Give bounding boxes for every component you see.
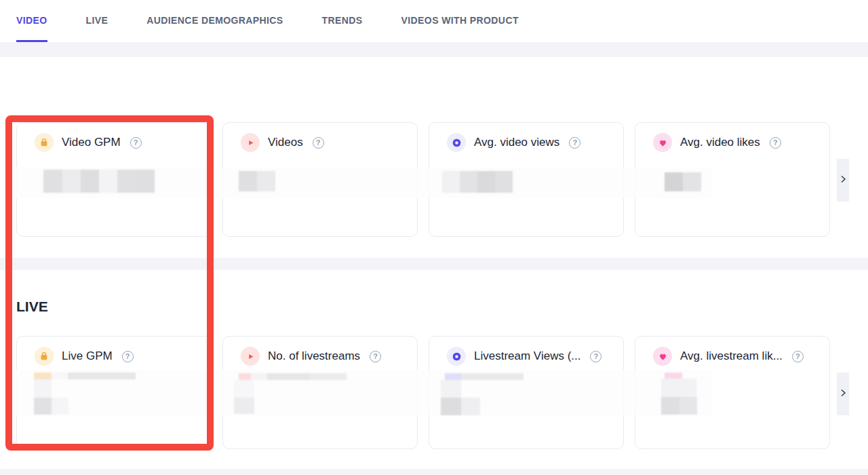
chevron-right-icon (840, 174, 847, 186)
tab-video[interactable]: VIDEO (16, 0, 47, 42)
help-icon[interactable]: ? (370, 351, 381, 362)
live-section-title: LIVE (16, 299, 48, 315)
metric-card-videos: Videos ? (222, 122, 418, 237)
help-icon[interactable]: ? (590, 351, 601, 362)
tab-bar: VIDEO LIVE AUDIENCE DEMOGRAPHICS TRENDS … (0, 0, 868, 42)
metric-title: Avg. livestream lik... (680, 349, 783, 363)
help-icon[interactable]: ? (130, 137, 142, 149)
metric-card-video-gpm: Video GPM ? (16, 122, 212, 237)
metric-title: No. of livestreams (268, 349, 360, 363)
play-icon (241, 133, 260, 152)
eye-icon (447, 133, 466, 152)
play-icon (241, 347, 260, 366)
metric-card-avg-livestream-likes: Avg. livestream lik... ? (635, 336, 830, 449)
video-row-next-button[interactable] (837, 159, 849, 202)
tab-live[interactable]: LIVE (86, 0, 108, 42)
help-icon[interactable]: ? (792, 351, 804, 362)
metric-title: Avg. video likes (680, 136, 760, 149)
metric-card-avg-video-likes: Avg. video likes ? (635, 122, 830, 237)
tab-audience-demographics[interactable]: AUDIENCE DEMOGRAPHICS (146, 0, 283, 42)
metric-title: Avg. video views (474, 136, 559, 149)
live-cards-row: Live GPM ? No. of livestreams ? Livestre… (16, 336, 830, 449)
heart-icon (653, 133, 672, 152)
heart-icon (653, 347, 672, 366)
metric-title: Live GPM (62, 349, 113, 363)
shopping-bag-icon (35, 347, 54, 366)
shopping-bag-icon (35, 133, 54, 152)
chevron-right-icon (840, 388, 847, 400)
eye-icon (447, 347, 466, 366)
metric-card-live-gpm: Live GPM ? (16, 336, 212, 449)
live-row-next-button[interactable] (837, 373, 849, 415)
video-cards-row: Video GPM ? Videos ? Avg. video views ? … (16, 122, 830, 237)
help-icon[interactable]: ? (313, 137, 324, 149)
tab-videos-with-product[interactable]: VIDEOS WITH PRODUCT (401, 0, 519, 42)
metric-card-livestream-views: Livestream Views (... ? (429, 336, 624, 449)
metric-title: Video GPM (62, 136, 121, 149)
metric-title: Livestream Views (... (474, 349, 580, 363)
help-icon[interactable]: ? (770, 137, 781, 149)
help-icon[interactable]: ? (569, 137, 580, 149)
metric-card-avg-video-views: Avg. video views ? (429, 122, 624, 237)
tab-trends[interactable]: TRENDS (322, 0, 363, 42)
metric-title: Videos (268, 136, 303, 149)
metric-card-no-of-livestreams: No. of livestreams ? (222, 336, 418, 449)
help-icon[interactable]: ? (122, 351, 134, 362)
